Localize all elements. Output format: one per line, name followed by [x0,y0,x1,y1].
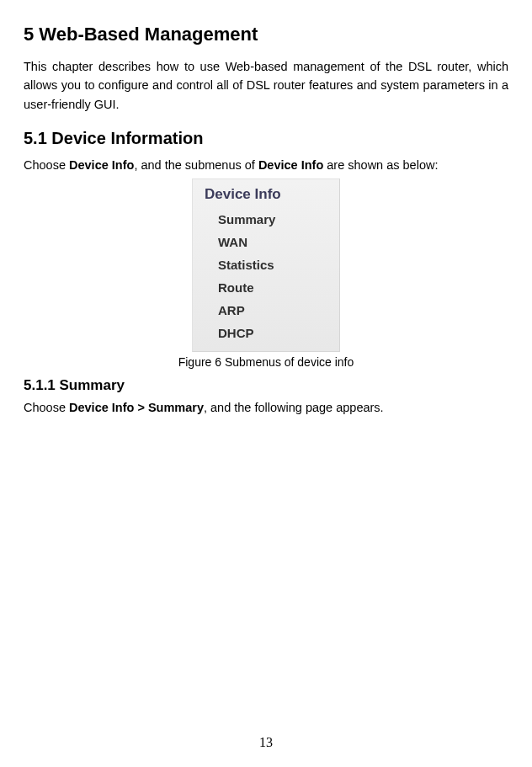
menu-item-arp: ARP [205,299,331,322]
text-fragment: Choose [24,401,69,414]
text-bold: Device Info [258,158,323,172]
text-fragment: , and the submenus of [134,158,258,172]
subsection-heading: 5.1.1 Summary [24,377,508,394]
section-heading: 5.1 Device Information [24,129,508,148]
menu-item-wan: WAN [205,231,331,253]
figure-caption: Figure 6 Submenus of device info [178,355,354,369]
intro-paragraph: This chapter describes how to use Web-ba… [24,57,508,114]
figure-container: Device Info Summary WAN Statistics Route… [24,178,508,369]
text-bold: Device Info [69,158,134,172]
text-bold: Device Info > Summary [69,401,204,414]
menu-item-dhcp: DHCP [205,322,331,344]
menu-item-statistics: Statistics [205,253,331,276]
device-info-menu: Device Info Summary WAN Statistics Route… [192,178,340,352]
text-fragment: are shown as below: [323,158,438,172]
menu-item-route: Route [205,276,331,299]
menu-item-summary: Summary [205,208,331,231]
text-fragment: Choose [24,158,69,172]
section-text: Choose Device Info, and the submenus of … [24,157,508,175]
subsection-text: Choose Device Info > Summary, and the fo… [24,399,508,418]
page-number: 13 [0,735,532,750]
menu-title: Device Info [205,186,331,203]
chapter-heading: 5 Web-Based Management [24,24,508,45]
text-fragment: , and the following page appears. [204,401,384,414]
